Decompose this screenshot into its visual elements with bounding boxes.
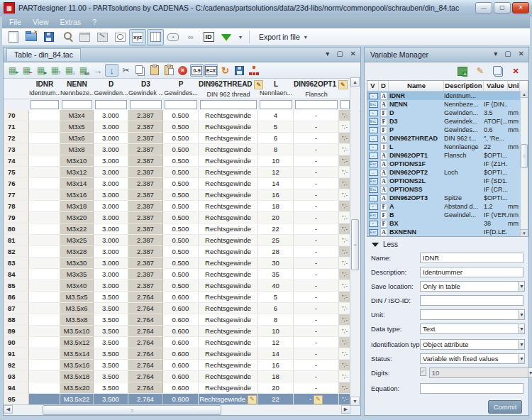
cell-din962thread[interactable]: Rechtsgewinde bbox=[199, 144, 258, 155]
cell-din962thread[interactable]: Rechtsgewinde bbox=[199, 326, 258, 337]
cell-idnr[interactable] bbox=[29, 178, 60, 189]
cell-d[interactable]: 3.000 bbox=[94, 258, 128, 269]
variable-name[interactable]: IDNR bbox=[389, 92, 444, 100]
cell-idnr[interactable] bbox=[29, 326, 60, 337]
variable-name[interactable]: DIN962OPT3 bbox=[389, 194, 444, 202]
move-row-down-button[interactable]: ▦↓ bbox=[62, 64, 76, 77]
cell-d3[interactable]: 2.387 bbox=[128, 167, 163, 178]
cell-d3[interactable]: 2.764 bbox=[128, 292, 163, 303]
cell-p[interactable]: 0.600 bbox=[163, 303, 199, 314]
paste-special-button[interactable] bbox=[162, 64, 175, 77]
cell-p[interactable]: 0.600 bbox=[163, 314, 199, 326]
filter-input[interactable] bbox=[200, 100, 257, 109]
copy-variable-button[interactable] bbox=[492, 66, 504, 77]
table-view-button[interactable] bbox=[147, 29, 164, 45]
cell-din962thread[interactable]: Rechtsgewinde bbox=[199, 337, 258, 348]
panel-close-icon[interactable]: ✕ bbox=[519, 50, 524, 58]
row-number[interactable]: 90 bbox=[4, 337, 29, 348]
cell-din962opt1[interactable]: - bbox=[294, 144, 339, 155]
insert-row-button[interactable]: ▦▸ bbox=[34, 64, 48, 77]
cell-din962opt1[interactable]: - bbox=[294, 326, 339, 337]
cell-l[interactable]: 22 bbox=[258, 394, 294, 405]
maximize-button[interactable]: ▢ bbox=[494, 2, 511, 13]
cell-d[interactable]: 3.000 bbox=[94, 246, 128, 258]
cell-p[interactable]: 0.500 bbox=[163, 223, 199, 235]
cell-d3[interactable]: 2.387 bbox=[128, 121, 163, 133]
cell-l[interactable]: 40 bbox=[258, 280, 294, 292]
cell-d[interactable]: 3.500 bbox=[94, 348, 128, 360]
variable-name[interactable]: BX bbox=[389, 219, 444, 228]
cell-d3[interactable]: 2.764 bbox=[128, 337, 163, 348]
variable-row[interactable]: ▪FBX38mm bbox=[367, 219, 528, 228]
follow-selection-button[interactable]: ↓ bbox=[105, 64, 118, 77]
save-button[interactable] bbox=[40, 29, 57, 45]
menu-view[interactable]: View bbox=[33, 18, 49, 26]
cell-d[interactable]: 3.500 bbox=[94, 394, 128, 405]
cell-p[interactable]: 0.500 bbox=[163, 258, 199, 269]
cell-l[interactable]: 25 bbox=[258, 235, 294, 246]
cell-din962opt1[interactable]: - ✎ bbox=[294, 394, 339, 405]
table-row[interactable]: 76M3x143.0002.3870.500Rechtsgewinde14-",… bbox=[4, 178, 351, 189]
cell-d[interactable]: 3.500 bbox=[94, 371, 128, 382]
table-row[interactable]: 75M3x123.0002.3870.500Rechtsgewinde12-",… bbox=[4, 167, 351, 178]
cell-d3[interactable]: 2.387 bbox=[128, 178, 163, 189]
cell-d[interactable]: 3.000 bbox=[94, 133, 128, 144]
variable-row[interactable]: ▪FAAbstand d...1.2mm bbox=[367, 202, 528, 211]
cell-din962thread[interactable]: Rechtsgewinde bbox=[199, 382, 258, 394]
cell-nenn[interactable]: M3x14 bbox=[60, 178, 94, 189]
cell-d3[interactable]: 2.387 bbox=[128, 280, 163, 292]
column-header-nenn[interactable]: NENN Nennbeze... bbox=[60, 79, 94, 99]
chevron-down-icon[interactable]: ▼ bbox=[519, 281, 525, 292]
cell-d3[interactable]: 2.764 bbox=[128, 348, 163, 360]
table-row[interactable]: 95M3.5x223.5002.7640.600Rechtsgewinde ✎2… bbox=[4, 394, 351, 405]
table-row[interactable]: 85M3x403.0002.3870.500Rechtsgewinde40-",… bbox=[4, 280, 351, 292]
cell-d[interactable]: 3.500 bbox=[94, 326, 128, 337]
cell-nenn[interactable]: M3x22 bbox=[60, 223, 94, 235]
search-button[interactable] bbox=[58, 29, 75, 45]
cell-d3[interactable]: 2.387 bbox=[128, 155, 163, 167]
table-row[interactable]: 81M3x253.0002.3870.500Rechtsgewinde25-",… bbox=[4, 235, 351, 246]
add-variable-button[interactable] bbox=[457, 66, 468, 77]
cell-d[interactable]: 3.000 bbox=[94, 223, 128, 235]
cell-p[interactable]: 0.500 bbox=[163, 246, 199, 258]
cell-l[interactable]: 22 bbox=[258, 223, 294, 235]
add-row-button[interactable]: ▦+ bbox=[6, 64, 19, 77]
cell-idnr[interactable] bbox=[29, 394, 60, 405]
cell-d[interactable]: 3.000 bbox=[94, 167, 128, 178]
link-button[interactable]: ∞ bbox=[182, 29, 199, 45]
cell-idnr[interactable] bbox=[29, 314, 60, 326]
cell-p[interactable]: 0.600 bbox=[163, 382, 199, 394]
cell-l[interactable]: 12 bbox=[258, 167, 294, 178]
data-type-select[interactable] bbox=[420, 324, 519, 334]
cell-d3[interactable]: 2.387 bbox=[128, 110, 163, 121]
cell-nenn[interactable]: M3x18 bbox=[60, 201, 94, 212]
open-button[interactable] bbox=[23, 29, 40, 45]
cell-d[interactable]: 3.500 bbox=[94, 292, 128, 303]
cell-d3[interactable]: 2.764 bbox=[128, 371, 163, 382]
variable-name[interactable]: DIN962THREAD bbox=[389, 134, 444, 143]
cell-l[interactable]: 20 bbox=[258, 382, 294, 394]
cell-l[interactable]: 14 bbox=[258, 178, 294, 189]
cell-idnr[interactable] bbox=[29, 348, 60, 360]
delete-variable-button[interactable]: ✕ bbox=[510, 66, 521, 77]
cell-d3[interactable]: 2.764 bbox=[128, 394, 163, 405]
cell-idnr[interactable] bbox=[29, 133, 60, 144]
cell-p[interactable]: 0.600 bbox=[163, 348, 199, 360]
cell-d3[interactable]: 2.387 bbox=[128, 269, 163, 280]
cell-l[interactable]: 30 bbox=[258, 258, 294, 269]
save-table-button[interactable] bbox=[233, 64, 246, 77]
row-number[interactable]: 77 bbox=[4, 189, 29, 201]
cell-l[interactable]: 5 bbox=[258, 292, 294, 303]
panel-maximize-icon[interactable]: ▢ bbox=[504, 50, 511, 58]
filter-input[interactable] bbox=[95, 100, 127, 109]
cell-din962opt1[interactable]: - bbox=[294, 133, 339, 144]
variable-row[interactable]: ▪FDGewinden...3.5mm bbox=[367, 109, 528, 117]
sketch-button[interactable] bbox=[111, 29, 128, 45]
move-row-up-button[interactable]: ▦↑ bbox=[48, 64, 62, 77]
delete-row-button[interactable]: ▦− bbox=[20, 64, 33, 77]
structure-button[interactable] bbox=[247, 64, 260, 77]
cell-l[interactable]: 18 bbox=[258, 371, 294, 382]
row-number[interactable]: 86 bbox=[4, 292, 29, 303]
cell-din962opt1[interactable]: - bbox=[294, 167, 339, 178]
cell-din962thread[interactable]: Rechtsgewinde bbox=[199, 314, 258, 326]
